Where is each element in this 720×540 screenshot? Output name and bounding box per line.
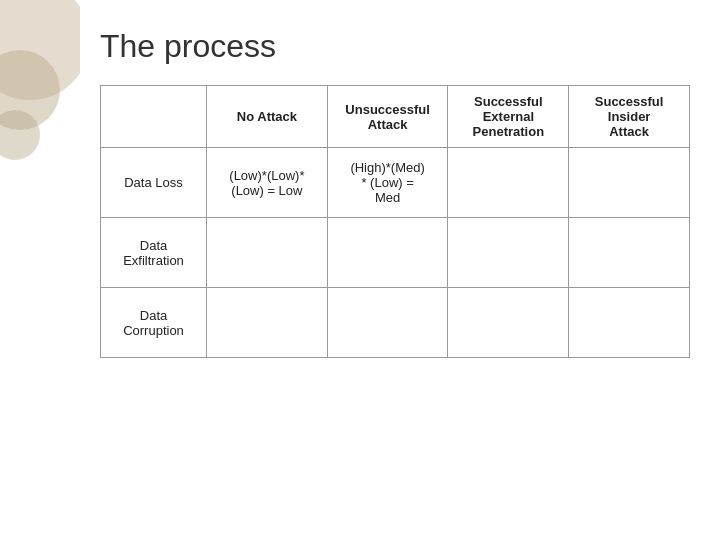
cell-data-loss-no-attack: (Low)*(Low)*(Low) = Low: [207, 148, 328, 218]
col-header-no-attack: No Attack: [207, 86, 328, 148]
row-label-data-exfiltration: Data Exfiltration: [101, 218, 207, 288]
table-row-data-exfiltration: Data Exfiltration: [101, 218, 690, 288]
cell-corruption-successful-external: [448, 288, 569, 358]
cell-data-loss-successful-insider: [569, 148, 690, 218]
table-row-data-loss: Data Loss (Low)*(Low)*(Low) = Low (High)…: [101, 148, 690, 218]
cell-data-loss-successful-external: [448, 148, 569, 218]
cell-corruption-unsuccessful: [327, 288, 448, 358]
cell-exfil-unsuccessful: [327, 218, 448, 288]
col-header-successful-external: SuccessfulExternalPenetration: [448, 86, 569, 148]
cell-data-loss-unsuccessful: (High)*(Med)* (Low) =Med: [327, 148, 448, 218]
table-row-data-corruption: Data Corruption: [101, 288, 690, 358]
cell-corruption-no-attack: [207, 288, 328, 358]
main-table-container: No Attack UnsuccessfulAttack SuccessfulE…: [100, 85, 690, 358]
table-header-row: No Attack UnsuccessfulAttack SuccessfulE…: [101, 86, 690, 148]
col-header-unsuccessful: UnsuccessfulAttack: [327, 86, 448, 148]
corner-decoration: [0, 0, 80, 180]
cell-exfil-successful-external: [448, 218, 569, 288]
cell-exfil-successful-insider: [569, 218, 690, 288]
process-table: No Attack UnsuccessfulAttack SuccessfulE…: [100, 85, 690, 358]
cell-exfil-no-attack: [207, 218, 328, 288]
row-label-data-corruption: Data Corruption: [101, 288, 207, 358]
row-label-data-loss: Data Loss: [101, 148, 207, 218]
page-title: The process: [100, 28, 276, 65]
col-header-empty: [101, 86, 207, 148]
col-header-successful-insider: SuccessfulInsiderAttack: [569, 86, 690, 148]
cell-corruption-successful-insider: [569, 288, 690, 358]
